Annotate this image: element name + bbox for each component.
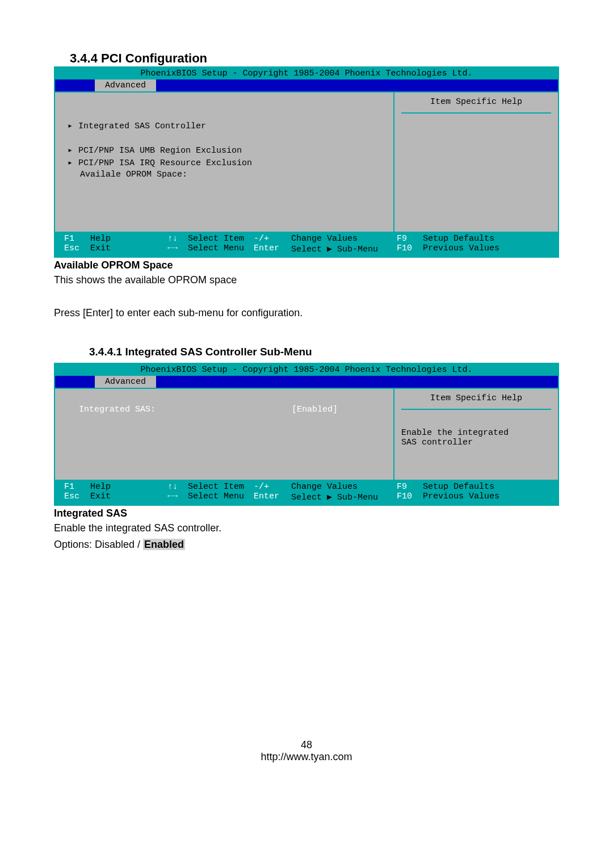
menu-label: PCI/PNP ISA UMB Region Exclusion [78,146,242,156]
text-press-enter: Press [Enter] to enter each sub-menu for… [54,306,559,320]
bios-help-title-1: Item Specific Help [401,97,551,114]
bios-tab-advanced-2[interactable]: Advanced [95,376,156,388]
setting-value: [Enabled] [292,405,338,414]
menu-item-sas-controller[interactable]: ▸Integrated SAS Controller [65,120,383,131]
action-setup-defaults: Setup Defaults [423,234,494,244]
action-previous-values: Previous Values [423,492,499,502]
bios-main-1: ▸Integrated SAS Controller ▸PCI/PNP ISA … [55,93,393,232]
submenu-arrow-icon: ▸ [68,158,73,168]
bios-screen-pci-config: PhoenixBIOS Setup - Copyright 1985-2004 … [54,66,559,258]
action-select-item: Select Item [188,234,250,244]
action-exit: Exit [90,492,164,502]
action-setup-defaults: Setup Defaults [423,482,494,492]
bios-help-text-line1: Enable the integrated [401,428,551,438]
bios-header-2: PhoenixBIOS Setup - Copyright 1985-2004 … [55,364,558,376]
action-select-menu: Select Menu [188,492,250,502]
page-footer: 48 http://www.tyan.com [54,739,559,763]
page-number: 48 [54,739,559,751]
action-select-menu: Select Menu [188,244,250,254]
key-f9: F9 [397,482,419,492]
subheading-integrated-sas: Integrated SAS [54,508,559,519]
action-change-values: Change Values [291,482,393,492]
key-esc: Esc [64,244,87,254]
key-f10: F10 [397,244,419,254]
key-enter: Enter [254,492,288,502]
key-leftright: ←→ [167,244,184,254]
bios-help-panel-1: Item Specific Help [393,93,558,232]
key-f9: F9 [397,234,419,244]
key-f10: F10 [397,492,419,502]
menu-label: Integrated SAS Controller [78,121,206,131]
bios-help-text-line2: SAS controller [401,438,551,447]
menu-item-umb-exclusion[interactable]: ▸PCI/PNP ISA UMB Region Exclusion [65,145,383,156]
key-esc: Esc [64,492,87,502]
bios-tabs-1: Advanced [55,79,558,91]
key-enter: Enter [254,244,288,254]
section-heading-3441: 3.4.4.1 Integrated SAS Controller Sub-Me… [89,346,559,358]
bios-tabs-2: Advanced [55,376,558,388]
setting-label: Integrated SAS: [65,405,156,414]
menu-label: PCI/PNP ISA IRQ Resource Exclusion [78,158,252,168]
text-options: Options: Disabled / Enabled [54,538,559,552]
key-updown: ↑↓ [167,482,184,492]
menu-item-oprom-space: Availale OPROM Space: [65,170,383,179]
text-available-oprom: This shows the available OPROM space [54,273,559,287]
menu-label: Availale OPROM Space: [80,170,187,179]
key-f1: F1 [64,234,87,244]
bios-header-1: PhoenixBIOS Setup - Copyright 1985-2004 … [55,68,558,79]
action-change-values: Change Values [291,234,393,244]
action-select-item: Select Item [188,482,250,492]
bios-tab-spacer [55,376,95,388]
key-updown: ↑↓ [167,234,184,244]
action-select-submenu: Select ▶ Sub-Menu [291,492,393,502]
action-exit: Exit [90,244,164,254]
submenu-arrow-icon: ▸ [68,121,73,131]
key-leftright: ←→ [167,492,184,502]
key-f1: F1 [64,482,87,492]
bios-footer-2: F1 Help ↑↓ Select Item -/+ Change Values… [55,480,558,505]
bios-screen-sas-submenu: PhoenixBIOS Setup - Copyright 1985-2004 … [54,363,559,506]
key-plusminus: -/+ [254,234,288,244]
bios-tab-spacer [55,79,95,91]
submenu-arrow-icon: ▸ [68,146,73,156]
bios-main-2: Integrated SAS: [Enabled] [55,389,393,480]
action-select-submenu: Select ▶ Sub-Menu [291,244,393,254]
options-prefix: Options: Disabled / [54,539,143,550]
bios-tab-advanced[interactable]: Advanced [95,79,156,91]
text-integrated-sas: Enable the integrated SAS controller. [54,521,559,535]
option-default-enabled: Enabled [143,539,185,550]
bios-footer-1: F1 Help ↑↓ Select Item -/+ Change Values… [55,232,558,257]
subheading-available-oprom: Available OPROM Space [54,259,559,271]
action-help: Help [90,482,164,492]
key-plusminus: -/+ [254,482,288,492]
action-help: Help [90,234,164,244]
page-url: http://www.tyan.com [54,751,559,763]
bios-help-title-2: Item Specific Help [401,393,551,410]
bios-help-panel-2: Item Specific Help Enable the integrated… [393,389,558,480]
section-heading-344: 3.4.4 PCI Configuration [70,51,559,66]
menu-item-irq-exclusion[interactable]: ▸PCI/PNP ISA IRQ Resource Exclusion [65,157,383,168]
setting-integrated-sas[interactable]: Integrated SAS: [Enabled] [65,405,383,414]
action-previous-values: Previous Values [423,244,499,254]
